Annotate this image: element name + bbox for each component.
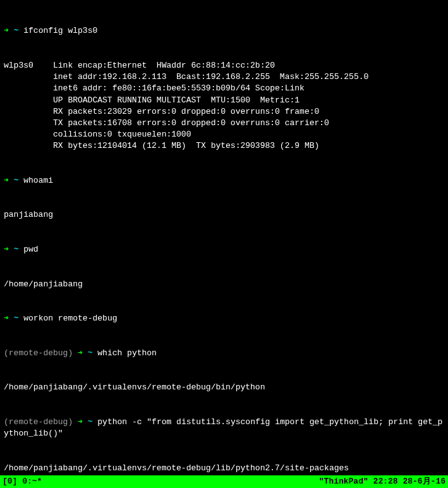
whoami-output: panjiabang	[4, 209, 444, 221]
output-line: UP BROADCAST RUNNING MULTICAST MTU:1500 …	[4, 95, 444, 106]
pwd-output: /home/panjiabang	[4, 279, 444, 290]
prompt-line: ➜ ~ ifconfig wlp3s0	[4, 25, 444, 37]
status-left: [0] 0:~*	[3, 476, 42, 487]
prompt-line: (remote-debug) ➜ ~ which python	[4, 348, 444, 359]
output-line: TX packets:16708 errors:0 dropped:0 over…	[4, 118, 444, 129]
prompt-arrow-icon: ➜	[78, 417, 88, 427]
command-text: workon remote-debug	[18, 314, 117, 323]
command-text: whoami	[18, 176, 53, 185]
prompt-arrow-icon: ➜	[4, 314, 14, 323]
venv-name: (remote-debug)	[4, 417, 78, 427]
prompt-arrow-icon: ➜	[4, 176, 14, 185]
ifconfig-output: wlp3s0 Link encap:Ethernet HWaddr 6c:88:…	[4, 60, 444, 152]
prompt-line: ➜ ~ workon remote-debug	[4, 313, 444, 324]
output-line: inet addr:192.168.2.113 Bcast:192.168.2.…	[4, 71, 444, 83]
command-text: ifconfig wlp3s0	[18, 26, 97, 35]
prompt-arrow-icon: ➜	[4, 26, 14, 35]
status-right: "ThinkPad" 22:28 28-6月-16	[319, 476, 445, 487]
prompt-line: (remote-debug) ➜ ~ python -c "from distu…	[4, 417, 444, 439]
output-line: wlp3s0 Link encap:Ethernet HWaddr 6c:88:…	[4, 60, 444, 71]
python-output: /home/panjiabang/.virtualenvs/remote-deb…	[4, 463, 444, 474]
output-line: collisions:0 txqueuelen:1000	[4, 129, 444, 140]
which-output: /home/panjiabang/.virtualenvs/remote-deb…	[4, 382, 444, 393]
command-text: pwd	[18, 245, 38, 254]
venv-name: (remote-debug)	[4, 348, 78, 358]
command-text: which python	[92, 348, 156, 358]
prompt-arrow-icon: ➜	[4, 245, 14, 254]
prompt-line: ➜ ~ whoami	[4, 175, 444, 186]
terminal-pane-top[interactable]: ➜ ~ ifconfig wlp3s0 wlp3s0 Link encap:Et…	[0, 0, 448, 488]
prompt-line: ➜ ~ pwd	[4, 244, 444, 255]
output-line: inet6 addr: fe80::16fa:bee5:5539:b09b/64…	[4, 83, 444, 94]
prompt-arrow-icon: ➜	[78, 348, 88, 358]
output-line: RX packets:23029 errors:0 dropped:0 over…	[4, 106, 444, 118]
output-line: RX bytes:12104014 (12.1 MB) TX bytes:290…	[4, 140, 444, 152]
tmux-statusbar[interactable]: [0] 0:~* "ThinkPad" 22:28 28-6月-16	[0, 475, 448, 488]
